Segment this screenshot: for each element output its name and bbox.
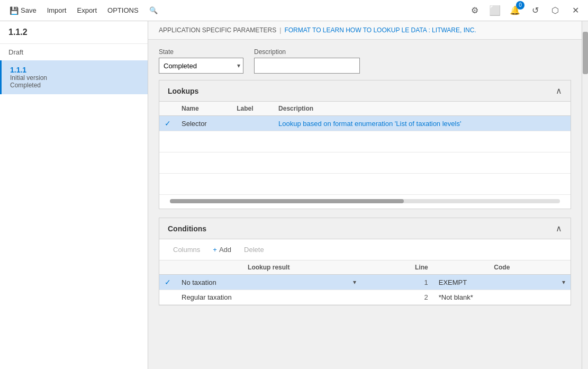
refresh-icon: ↺ (532, 5, 539, 15)
table-row-empty-1 (159, 131, 571, 152)
cond-col-code: Code (433, 260, 571, 275)
conditions-toolbar: Columns + Add Delete (159, 239, 571, 260)
plus-icon: + (213, 246, 217, 254)
notification-badge: 0 (516, 1, 524, 10)
scrollbar-thumb (583, 32, 588, 74)
save-icon: 💾 (10, 6, 19, 15)
sidebar-version-header: 1.1.2 (0, 21, 148, 44)
search-button[interactable]: 🔍 (144, 4, 163, 16)
breadcrumb: APPLICATION SPECIFIC PARAMETERS | FORMAT… (148, 21, 582, 40)
cond-row0-lookup: No taxation ▾ (176, 275, 361, 290)
description-label: Description (254, 48, 360, 56)
cond-col-line: Line (361, 260, 433, 275)
lookups-scrollbar-area (159, 195, 571, 209)
table-row[interactable]: ✓ Selector Lookup based on format enumer… (159, 116, 571, 131)
cond-code-wrapper: EXEMPT ▾ (439, 278, 565, 286)
params-area: State Completed Draft Shared ▾ Descripti… (148, 40, 582, 80)
sidebar-item-description: Initial version (10, 74, 139, 82)
cond-col-lookup: Lookup result (176, 260, 361, 275)
conditions-section: Conditions ∧ Columns + Add Delete (159, 218, 571, 305)
lookups-header[interactable]: Lookups ∧ (159, 80, 571, 102)
cond-row1-check (159, 290, 176, 305)
office-icon: ⬜ (489, 5, 501, 16)
lookups-collapse-button[interactable]: ∧ (556, 86, 562, 96)
table-row[interactable]: ✓ No taxation ▾ 1 EXE (159, 275, 571, 290)
lookups-row-name: Selector (176, 116, 231, 131)
close-icon: ✕ (572, 5, 579, 15)
lookups-row-label (231, 116, 273, 131)
cond-row0-check: ✓ (159, 275, 176, 290)
conditions-header[interactable]: Conditions ∧ (159, 218, 571, 239)
conditions-collapse-button[interactable]: ∧ (556, 223, 562, 233)
columns-button[interactable]: Columns (168, 244, 205, 256)
cond-row0-line: 1 (361, 275, 433, 290)
options-button[interactable]: OPTIONS (102, 4, 144, 16)
table-row-empty-2 (159, 152, 571, 174)
refresh-button[interactable]: ↺ (527, 2, 544, 19)
sidebar-item-status: Completed (10, 82, 139, 89)
state-select-wrapper: Completed Draft Shared ▾ (159, 58, 243, 74)
sidebar: 1.1.2 Draft 1.1.1 Initial version Comple… (0, 21, 148, 369)
settings-icon-button[interactable]: ⚙ (466, 2, 483, 19)
search-icon: 🔍 (149, 6, 158, 14)
cond-lookup-wrapper2: Regular taxation (182, 293, 356, 301)
breadcrumb-separator: | (279, 26, 281, 34)
toolbar: 💾 Save Import Export OPTIONS 🔍 ⚙ ⬜ 🔔 0 ↺… (0, 0, 588, 21)
lookups-row-check: ✓ (159, 116, 176, 131)
delete-button[interactable]: Delete (239, 244, 269, 256)
right-scrollbar[interactable] (582, 21, 588, 369)
state-select[interactable]: Completed Draft Shared (159, 58, 243, 74)
panels-scroll: Lookups ∧ Name Label Description (148, 80, 582, 369)
lookups-col-label: Label (231, 102, 273, 116)
settings-icon: ⚙ (471, 5, 478, 15)
lookups-col-name: Name (176, 102, 231, 116)
lookups-row-description: Lookup based on format enumeration 'List… (273, 116, 571, 131)
cond-row1-code: *Not blank* (433, 290, 571, 305)
lookups-col-check (159, 102, 176, 116)
checkmark-icon: ✓ (165, 278, 171, 286)
save-button[interactable]: 💾 Save (4, 4, 42, 17)
popout-icon: ⬡ (551, 5, 559, 15)
office-icon-button[interactable]: ⬜ (486, 2, 503, 19)
scrollbar-track[interactable] (582, 21, 588, 369)
breadcrumb-part2: FORMAT TO LEARN HOW TO LOOKUP LE DATA : … (284, 26, 476, 34)
lookups-scroll-thumb (170, 199, 404, 203)
breadcrumb-part1: APPLICATION SPECIFIC PARAMETERS (159, 26, 276, 34)
cond-row1-line: 2 (361, 290, 433, 305)
content-area: APPLICATION SPECIFIC PARAMETERS | FORMAT… (148, 21, 582, 369)
export-button[interactable]: Export (71, 4, 102, 16)
sidebar-draft-label: Draft (0, 44, 148, 60)
state-label: State (159, 48, 243, 56)
sidebar-item-0[interactable]: 1.1.1 Initial version Completed (0, 60, 148, 94)
lookups-title: Lookups (168, 87, 198, 95)
conditions-table: Lookup result Line Code ✓ No (159, 260, 571, 305)
code-dropdown-icon[interactable]: ▾ (562, 278, 565, 286)
checkmark-icon: ✓ (165, 119, 171, 128)
notifications-container: 🔔 0 (506, 2, 523, 19)
main-layout: 1.1.2 Draft 1.1.1 Initial version Comple… (0, 21, 588, 369)
import-button[interactable]: Import (42, 4, 72, 16)
close-button[interactable]: ✕ (567, 2, 584, 19)
description-input[interactable] (254, 58, 360, 74)
popout-button[interactable]: ⬡ (547, 2, 564, 19)
lookups-section: Lookups ∧ Name Label Description (159, 80, 571, 209)
conditions-header-row: Lookup result Line Code (159, 260, 571, 275)
toolbar-right: ⚙ ⬜ 🔔 0 ↺ ⬡ ✕ (466, 2, 584, 19)
add-button[interactable]: + Add (207, 244, 237, 256)
table-row[interactable]: Regular taxation 2 *Not blank* (159, 290, 571, 305)
lookups-table: Name Label Description ✓ Selector L (159, 102, 571, 195)
cond-col-check (159, 260, 176, 275)
cond-row1-lookup: Regular taxation (176, 290, 361, 305)
param-row: State Completed Draft Shared ▾ Descripti… (159, 48, 571, 74)
description-param-group: Description (254, 48, 360, 74)
state-param-group: State Completed Draft Shared ▾ (159, 48, 243, 74)
sidebar-item-version: 1.1.1 (10, 66, 139, 74)
lookups-scroll-track[interactable] (170, 199, 560, 203)
cond-row0-code: EXEMPT ▾ (433, 275, 571, 290)
lookups-col-description: Description (273, 102, 571, 116)
cond-dropdown-icon[interactable]: ▾ (353, 278, 356, 286)
conditions-title: Conditions (168, 224, 206, 233)
cond-lookup-wrapper: No taxation ▾ (182, 278, 356, 286)
table-row-empty-3 (159, 174, 571, 195)
lookups-header-row: Name Label Description (159, 102, 571, 116)
